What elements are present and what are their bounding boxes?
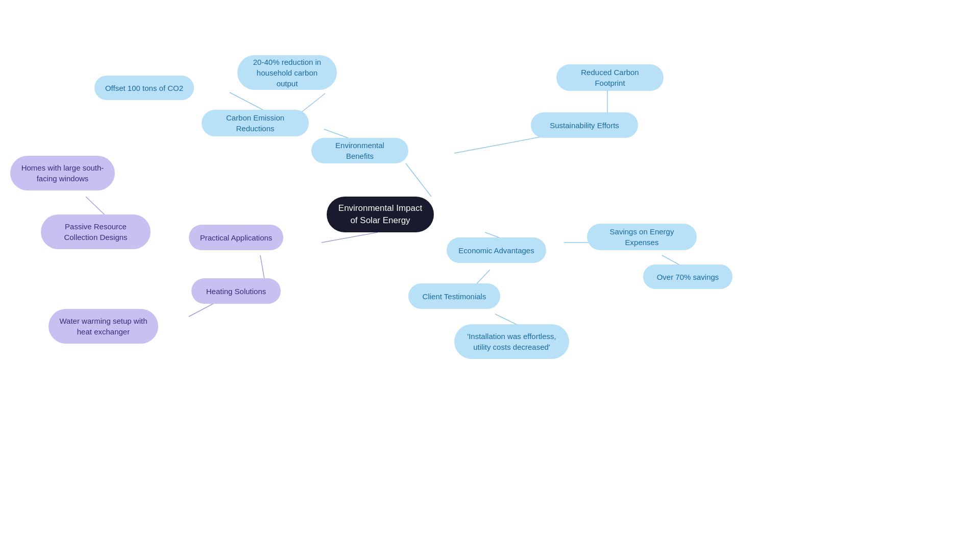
passive-resource-node[interactable]: Passive Resource Collection Designs bbox=[41, 214, 151, 249]
reduction-household-node[interactable]: 20-40% reduction in household carbon out… bbox=[237, 55, 337, 90]
heating-solutions-node[interactable]: Heating Solutions bbox=[191, 278, 281, 304]
reduced-footprint-node[interactable]: Reduced Carbon Footprint bbox=[556, 64, 664, 91]
center-node[interactable]: Environmental Impact of Solar Energy bbox=[327, 197, 434, 232]
offset-co2-node[interactable]: Offset 100 tons of CO2 bbox=[94, 76, 194, 100]
svg-line-0 bbox=[406, 163, 431, 197]
practical-applications-node[interactable]: Practical Applications bbox=[189, 225, 283, 250]
carbon-emission-node[interactable]: Carbon Emission Reductions bbox=[202, 110, 309, 136]
client-testimonials-node[interactable]: Client Testimonials bbox=[408, 283, 500, 309]
water-warming-node[interactable]: Water warming setup with heat exchanger bbox=[48, 309, 158, 344]
svg-line-6 bbox=[322, 232, 378, 243]
savings-expenses-node[interactable]: Savings on Energy Expenses bbox=[587, 224, 697, 250]
environmental-benefits-node[interactable]: Environmental Benefits bbox=[311, 138, 408, 163]
over-70-savings-node[interactable]: Over 70% savings bbox=[643, 265, 732, 289]
homes-windows-node[interactable]: Homes with large south-facing windows bbox=[10, 156, 115, 190]
economic-advantages-node[interactable]: Economic Advantages bbox=[447, 237, 546, 263]
installation-quote-node[interactable]: 'Installation was effortless, utility co… bbox=[454, 324, 569, 359]
sustainability-node[interactable]: Sustainability Efforts bbox=[531, 112, 638, 138]
